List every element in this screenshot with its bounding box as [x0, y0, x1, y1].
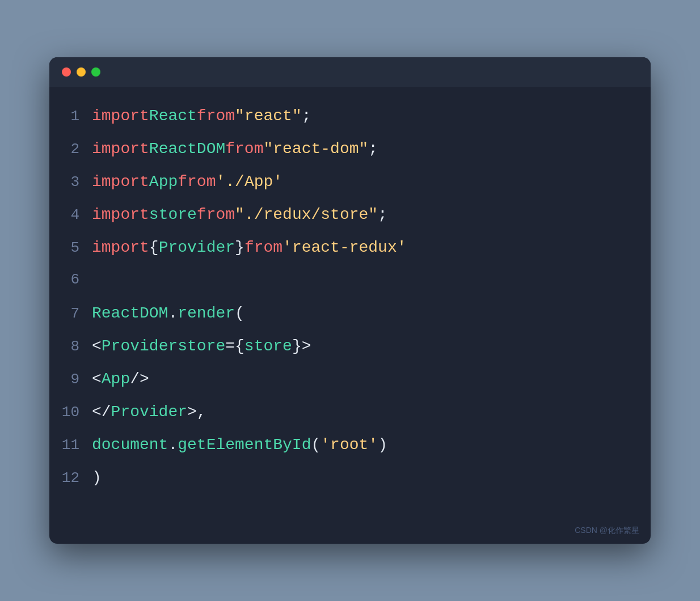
line-number: 4 [61, 204, 92, 227]
watermark: CSDN @化作繁星 [49, 521, 651, 544]
token: import [92, 202, 149, 228]
token: import [92, 137, 149, 162]
line-content: import store from "./redux/store"; [92, 202, 387, 228]
code-line: 10 </Provider>, [61, 400, 639, 433]
token: ) [378, 433, 387, 458]
code-line: 1import React from "react"; [61, 104, 639, 137]
line-number: 11 [61, 434, 92, 458]
token: . [168, 433, 178, 458]
token: Provider [102, 334, 178, 359]
code-window: 1import React from "react";2import React… [49, 57, 651, 544]
line-content: import { Provider } from 'react-redux' [92, 235, 407, 261]
line-number: 10 [61, 401, 92, 425]
line-content: import ReactDOM from "react-dom"; [92, 137, 378, 162]
token: < [92, 334, 102, 359]
titlebar [49, 57, 651, 87]
token: ; [302, 104, 311, 129]
code-line: 7ReactDOM.render( [61, 301, 639, 334]
token: ; [368, 137, 378, 162]
token: from [244, 235, 282, 261]
token: ReactDOM [92, 301, 168, 327]
code-line: 3import App from './App' [61, 170, 639, 202]
token: { [149, 235, 159, 261]
code-area: 1import React from "react";2import React… [49, 87, 651, 521]
token: 'root' [321, 433, 378, 458]
token: ( [235, 301, 244, 327]
token: from [178, 170, 216, 195]
line-content: ReactDOM.render( [92, 301, 244, 327]
line-number: 9 [61, 368, 92, 392]
token: document [92, 433, 168, 458]
token: from [225, 137, 263, 162]
token: store [149, 202, 197, 228]
close-dot[interactable] [62, 67, 71, 77]
token: Provider [111, 400, 187, 425]
line-content: ) [92, 465, 102, 491]
token: ) [92, 465, 102, 491]
line-content: </Provider>, [92, 400, 206, 425]
line-content: <Provider store={ store }> [92, 334, 311, 359]
line-content: import React from "react"; [92, 104, 311, 129]
code-line: 2import ReactDOM from "react-dom"; [61, 137, 639, 170]
code-line: 9 <App/> [61, 367, 639, 400]
token: "react-dom" [263, 137, 368, 162]
line-number: 3 [61, 171, 92, 194]
line-content: document.getElementById('root') [92, 433, 387, 458]
token: render [178, 301, 235, 327]
token: ={ [225, 334, 244, 359]
token: React [149, 104, 197, 129]
token: ( [311, 433, 321, 458]
line-content: import App from './App' [92, 170, 282, 195]
token: }> [292, 334, 311, 359]
token: import [92, 235, 149, 261]
token: </ [92, 400, 111, 425]
token: from [197, 104, 235, 129]
token: store [178, 334, 225, 359]
line-number: 2 [61, 138, 92, 162]
token: . [168, 301, 178, 327]
token: "./redux/store" [235, 202, 378, 228]
token: 'react-redux' [282, 235, 406, 261]
token: ; [378, 202, 387, 228]
token: ReactDOM [149, 137, 225, 162]
line-number: 6 [61, 268, 92, 292]
line-number: 8 [61, 335, 92, 359]
token: getElementById [178, 433, 311, 458]
token: < [92, 367, 102, 392]
maximize-dot[interactable] [91, 67, 100, 77]
token: "react" [235, 104, 302, 129]
token: Provider [159, 235, 235, 261]
code-line: 11 document.getElementById('root') [61, 433, 639, 465]
line-number: 1 [61, 105, 92, 129]
code-line: 6 [61, 268, 639, 301]
line-number: 5 [61, 236, 92, 260]
token: import [92, 170, 149, 195]
token: } [235, 235, 244, 261]
line-number: 12 [61, 467, 92, 490]
token: store [244, 334, 292, 359]
token: App [149, 170, 178, 195]
code-line: 4import store from "./redux/store"; [61, 202, 639, 235]
line-content: <App/> [92, 367, 149, 392]
code-line: 5import { Provider } from 'react-redux' [61, 235, 639, 268]
token: /> [130, 367, 149, 392]
token: >, [187, 400, 206, 425]
code-line: 12) [61, 465, 639, 498]
minimize-dot[interactable] [77, 67, 86, 77]
line-number: 7 [61, 302, 92, 326]
token: App [102, 367, 130, 392]
code-line: 8 <Provider store={ store }> [61, 334, 639, 367]
token: import [92, 104, 149, 129]
token: from [197, 202, 235, 228]
token: './App' [216, 170, 282, 195]
